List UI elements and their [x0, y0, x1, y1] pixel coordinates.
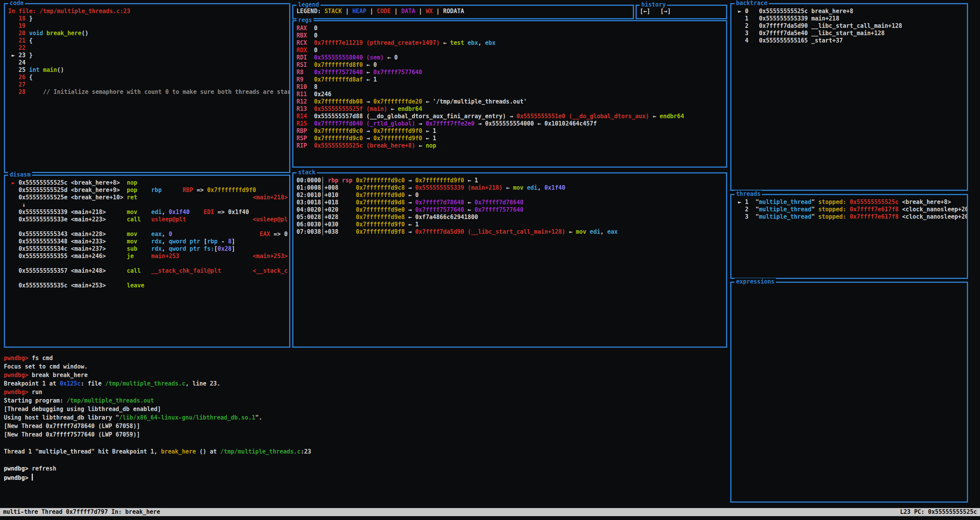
text-segment-group: Focus set to cmd window. [4, 362, 88, 371]
text-segment: RBX [297, 32, 314, 39]
text-line: 0x55555555525d <break_here+9> pop rbp RB… [8, 187, 288, 194]
text-segment: pwndbg> [4, 372, 32, 379]
text-segment-group: Breakpoint 1 at 0x125c: file /tmp/multip… [4, 379, 220, 388]
text-segment: rdx [151, 245, 162, 252]
text-segment: ← 0 [387, 54, 398, 61]
text-segment: 0x7ffff7e617f8 [850, 206, 902, 213]
text-segment-group: R14 0x555555557d88 (__do_global_dtors_au… [297, 113, 684, 120]
text-line: [New Thread 0x7ffff7577640 (LWP 67059)] [4, 430, 724, 439]
text-segment-group: 26 { [8, 74, 32, 81]
text-segment-group: 03:0018│+018 0x7fffffffd9d8 → 0x7ffff7d7… [297, 199, 523, 206]
text-segment-group: In file: /tmp/multiple_threads.c:23 [8, 8, 130, 15]
text-segment-group: 01:0008│+008 0x7fffffffd9c8 → 0x55555555… [297, 184, 565, 192]
text-segment: Thread 1 "multiple_thread" hit Breakpoin… [4, 448, 161, 455]
text-segment [137, 187, 151, 194]
text-segment-group: R15 0x7ffff7ffd040 (_rtld_global) → 0x7f… [297, 120, 597, 127]
text-segment: , [162, 238, 169, 245]
text-segment: 0x55555555525c [850, 199, 902, 206]
history-panel-title: history [640, 1, 667, 8]
text-segment: RDI [297, 54, 314, 61]
text-segment: 0x7ffff7da5d90 (__libc_start_call_main+1… [415, 228, 569, 235]
text-line: pwndbg> run [4, 388, 724, 396]
text-segment: 0x7fffffffd9c0 [314, 127, 366, 134]
history-forward-button[interactable]: [→] [660, 8, 671, 15]
text-segment: → [366, 135, 373, 142]
text-segment: fs cmd [32, 355, 53, 362]
text-line: 21 { [8, 37, 288, 44]
text-segment-group: R8 0x7ffff7577640 ← 0x7ffff7577640 [297, 69, 422, 76]
text-segment: 0x555555555355 <main+246> [8, 253, 127, 260]
text-segment: break_here [46, 30, 81, 37]
text-segment-group: <main+253> [253, 253, 288, 260]
stack-panel-title: stack [297, 169, 317, 176]
text-segment: ← 1 [426, 135, 436, 142]
text-segment: 0x7fffffffd9f0 [415, 177, 467, 184]
text-segment: | [342, 8, 352, 15]
text-segment: Using host libthread_db library " [4, 414, 119, 421]
text-segment: 0x7fffffffd9e8 [356, 214, 408, 221]
text-segment: qword ptr [169, 238, 203, 245]
backtrace-panel-title: backtrace [735, 0, 769, 7]
text-segment: 0x55555555525c (break_here+8) [314, 142, 419, 149]
text-line: ► 0x55555555525c <break_here+8> nop [8, 179, 288, 187]
text-segment: RSP [297, 135, 314, 142]
terminal-output[interactable]: pwndbg> fs cmdFocus set to cmd window.pw… [4, 354, 724, 505]
text-line: 25 int main() [8, 66, 288, 74]
text-segment: pop [127, 187, 137, 194]
text-line: R9 0x7fffffffd8af ← 1 [297, 76, 724, 83]
text-segment: 8 [228, 238, 232, 245]
text-line: 0x555555555357 <main+248> call __stack_c… [8, 267, 288, 275]
text-line: ↓ [8, 201, 288, 209]
text-segment: rbp [207, 238, 218, 245]
text-segment: main [43, 66, 57, 73]
text-segment: break break_here [32, 372, 88, 379]
text-segment: → [408, 199, 415, 206]
text-line: ► 0 0x55555555525c break_here+8 [735, 8, 965, 15]
text-line: [New Thread 0x7ffff7d78640 (LWP 67058)] [4, 422, 724, 430]
text-line: pwndbg> break break_here [4, 371, 724, 379]
text-segment: 0x7ffff7e617f8 [850, 213, 902, 220]
text-segment: ← [506, 184, 513, 191]
text-segment-group: 25 int main() [8, 66, 64, 74]
text-segment: nop [426, 142, 436, 149]
status-bar: multi-thre Thread 0x7ffff7d797 In: break… [0, 508, 980, 516]
text-segment: ← 1 [408, 221, 419, 228]
text-segment: ret [127, 194, 137, 201]
text-line: 19 [8, 22, 288, 30]
text-segment: 0x555555555348 <main+233> [8, 238, 127, 245]
text-line: RSP 0x7fffffffd9c0 → 0x7fffffffd9f0 ← 1 [297, 135, 724, 142]
text-segment [8, 179, 12, 186]
text-segment: eax [151, 231, 162, 238]
text-segment: rbp [151, 187, 162, 194]
text-segment: 06:0030│+030 [297, 221, 356, 228]
text-segment: sub [127, 245, 137, 252]
text-segment-group: RDX 0 [297, 47, 317, 54]
text-segment: : file [81, 380, 105, 387]
text-segment: ► 23 } [8, 52, 32, 59]
text-segment-group: 0x55555555533e <main+223> call usleep@pl… [8, 216, 186, 223]
history-back-button[interactable]: [←] [640, 8, 650, 15]
text-segment: R9 [297, 76, 314, 83]
text-segment: 0 [314, 25, 317, 32]
text-segment: rbp rsp [328, 177, 352, 184]
text-segment-group: 00:0000│ rbp rsp 0x7fffffffd9c0 → 0x7fff… [297, 177, 478, 184]
text-segment: mov [127, 238, 137, 245]
text-segment-group: R12 0x7fffffffdb08 → 0x7fffffffde20 ← '/… [297, 98, 527, 105]
text-line: 20 void break_here() [8, 30, 288, 37]
text-line [8, 223, 288, 231]
text-segment-group: 1 0x555555555339 main+218 [735, 15, 839, 22]
text-segment-group: RDI 0x555555558040 (sem) ← 0 [297, 54, 398, 61]
text-segment-group: 02:0010│+010 0x7fffffffd9d0 ← 0 [297, 192, 419, 199]
text-segment: multiple_thread [759, 199, 811, 206]
text-line: 05:0028│+028 0x7fffffffd9e8 ← 0xf7a4866c… [297, 214, 724, 221]
text-segment-group: <main+218> [253, 194, 288, 201]
text-segment: test [450, 39, 467, 46]
text-segment: 0x7fffffffd9f0 [356, 221, 408, 228]
text-segment [353, 177, 356, 184]
text-segment: WX [426, 8, 433, 15]
text-segment-group: 0x555555555348 <main+233> mov rdx, qword… [8, 238, 235, 245]
text-segment [32, 474, 33, 481]
text-segment: 18 [8, 15, 29, 22]
text-line: RAX 0 [297, 25, 724, 32]
text-segment: RCX [297, 39, 314, 46]
